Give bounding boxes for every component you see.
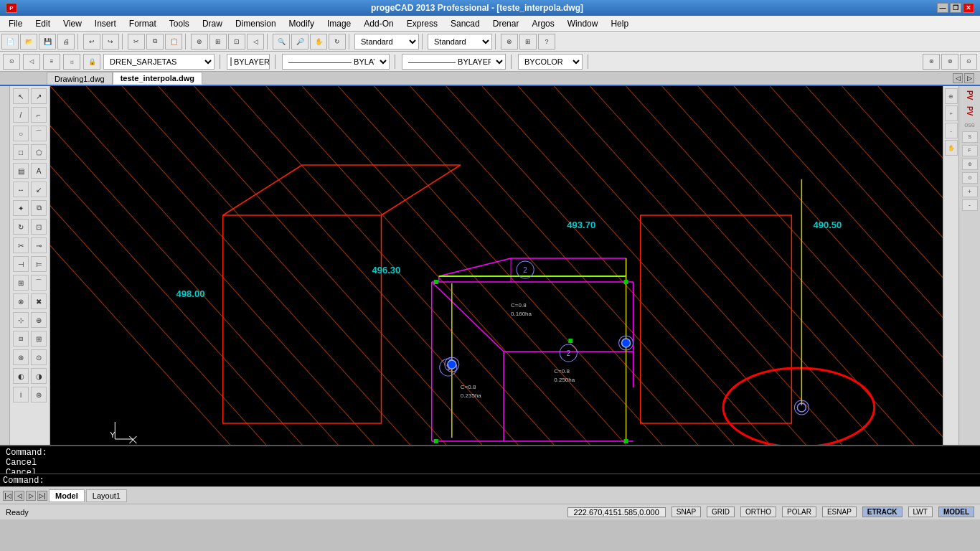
layer-manager-btn[interactable]: ≡ [43,54,60,70]
dim-btn[interactable]: ↔ [13,182,29,197]
menu-sancad[interactable]: Sancad [445,17,486,30]
layer-frozen-btn[interactable]: ☼ [63,54,80,70]
save-button[interactable]: 💾 [39,34,56,50]
xref-btn[interactable]: ⊛ [13,349,29,365]
3d-orbit-button[interactable]: ↻ [329,34,346,50]
explode-btn[interactable]: ⊗ [13,293,29,309]
cut-button[interactable]: ✂ [128,34,145,50]
layout-nav-last[interactable]: ▷| [37,491,47,501]
grid-button[interactable]: ⊞ [519,34,537,50]
tabs-scroll-right[interactable]: ▷ [964,73,974,83]
menu-modify[interactable]: Modify [283,17,320,30]
attdef-btn[interactable]: ⊙ [31,349,47,365]
far-right-btn-3[interactable]: ⊕ [962,159,978,170]
block-btn[interactable]: ⧈ [13,331,29,347]
select2-btn[interactable]: ↗ [31,88,47,104]
menu-insert[interactable]: Insert [89,17,122,30]
menu-tools[interactable]: Tools [164,17,195,30]
tab-test-interpola[interactable]: teste_interpola.dwg [113,72,202,85]
print-button[interactable]: 🖨 [57,34,75,50]
layout-tab-layout1[interactable]: Layout1 [86,489,127,502]
open-button[interactable]: 📂 [20,34,37,50]
offset-btn[interactable]: ⊨ [31,256,47,272]
help-button[interactable]: ? [538,34,555,50]
grid-status[interactable]: GRID [707,507,735,517]
fillet-btn[interactable]: ⌒ [31,275,47,291]
zoom-ext-button[interactable]: ⊞ [209,34,227,50]
zoom-out-button[interactable]: 🔎 [291,34,308,50]
array-btn[interactable]: ⊞ [13,275,29,291]
scale-btn[interactable]: ⊡ [31,219,47,235]
lwt-status[interactable]: LWT [908,507,933,517]
rect-btn[interactable]: □ [13,144,29,160]
menu-image[interactable]: Image [321,17,357,30]
menu-draw[interactable]: Draw [197,17,228,30]
pline-btn[interactable]: ⌐ [31,107,47,123]
far-right-zoom-out[interactable]: - [962,199,978,211]
rt-pan[interactable]: ✋ [945,140,958,156]
rotate-btn[interactable]: ↻ [13,219,29,235]
snap-button[interactable]: ⊗ [501,34,518,50]
canvas-area[interactable]: 2 C=0.8 0.160ha 2 C=0.8 0.250ha 1 C=0.8 … [50,86,943,445]
measure-button[interactable]: ⊕ [191,34,208,50]
textstyle-select[interactable]: Standard [428,34,492,50]
restore-button[interactable]: ❐ [950,3,961,13]
shade-btn[interactable]: ◑ [31,368,47,384]
rt-zoom-in[interactable]: + [945,105,958,121]
minimize-button[interactable]: — [937,3,948,13]
properties-btn[interactable]: i [13,387,29,402]
command-input-field[interactable] [47,476,977,486]
extra-btn-3[interactable]: ⊙ [960,54,977,70]
layer-lock-btn[interactable]: 🔒 [83,54,100,70]
menu-express[interactable]: Express [401,17,443,30]
mirror-btn[interactable]: ⊣ [13,256,29,272]
menu-addon[interactable]: Add-On [358,17,399,30]
circle-btn[interactable]: ○ [13,126,29,141]
layer-select[interactable]: DREN_SARJETAS [103,54,215,70]
snap-to-btn[interactable]: ⊕ [31,312,47,328]
etrack-status[interactable]: ETRACK [862,507,903,517]
poly-btn[interactable]: ⬠ [31,144,47,160]
close-button[interactable]: ✕ [963,3,974,13]
rt-zoom-out[interactable]: - [945,123,958,138]
menu-argos[interactable]: Argos [526,17,560,30]
tabs-scroll-left[interactable]: ◁ [953,73,963,83]
zoom-in-button[interactable]: 🔍 [273,34,290,50]
menu-file[interactable]: File [3,17,28,30]
copy-tool-btn[interactable]: ⧉ [31,200,47,216]
model-status[interactable]: MODEL [938,507,974,517]
copy-button[interactable]: ⧉ [146,34,164,50]
hatch-btn[interactable]: ▤ [13,163,29,179]
far-right-zoom-in[interactable]: + [962,186,978,197]
plotstyle-select[interactable]: BYCOLOR [518,54,583,70]
paste-button[interactable]: 📋 [165,34,182,50]
far-right-btn-4[interactable]: ⊙ [962,172,978,184]
menu-edit[interactable]: Edit [29,17,56,30]
layer-prev-btn[interactable]: ◁ [23,54,40,70]
matchprop-btn[interactable]: ⊛ [31,387,47,402]
arc-btn[interactable]: ⌒ [31,126,47,141]
esnap-status[interactable]: ESNAP [822,507,857,517]
lineweight-select[interactable]: —————— BYLAYER [402,54,506,70]
layout-nav-first[interactable]: |◁ [3,491,13,501]
menu-view[interactable]: View [57,17,88,30]
zoom-win-button[interactable]: ⊡ [228,34,245,50]
render-btn[interactable]: ◐ [13,368,29,384]
tab-drawing1[interactable]: Drawing1.dwg [47,72,113,85]
extra-btn-1[interactable]: ⊛ [923,54,940,70]
pan-button[interactable]: ✋ [310,34,327,50]
polar-status[interactable]: POLAR [782,507,816,517]
dimstyle-select[interactable]: Standard [354,34,419,50]
zoom-prev-button[interactable]: ◁ [247,34,264,50]
line-btn[interactable]: / [13,107,29,123]
far-right-btn-1[interactable]: S [962,131,978,143]
snap-status[interactable]: SNAP [672,507,701,517]
text-btn[interactable]: A [31,163,47,179]
menu-drenar[interactable]: Drenar [487,17,525,30]
extend-btn[interactable]: ⊸ [31,237,47,253]
ortho-status[interactable]: ORTHO [740,507,776,517]
menu-dimension[interactable]: Dimension [230,17,282,30]
layout-tab-model[interactable]: Model [49,489,85,502]
layout-nav-next[interactable]: ▷ [26,491,36,501]
trim-btn[interactable]: ✂ [13,237,29,253]
